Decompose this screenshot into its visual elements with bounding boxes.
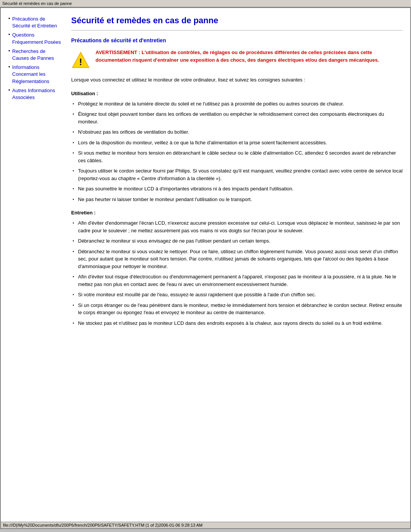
page-title: Sécurité et remèdes en cas de panne (71, 16, 403, 26)
status-bar: file:///D|/My%20Documents/dfu/200P6/fren… (1, 522, 410, 528)
sidebar-item-questions[interactable]: Questions Fréquemment Posées (8, 32, 62, 45)
list-item: N'obstruez pas les orifices de ventilati… (71, 128, 403, 136)
page-content: Précautions de Sécurité et Entretien Que… (1, 8, 410, 522)
utilisation-list: Protégez le moniteur de la lumière direc… (71, 100, 403, 203)
list-item: Lors de la disposition du moniteur, veil… (71, 139, 403, 147)
section-title: Précautions de sécurité et d'entretien (71, 37, 403, 43)
warning-text: AVERTISSEMENT : L'utilisation de contrôl… (96, 49, 403, 64)
warning-triangle-icon: ! (71, 50, 90, 69)
list-item: Si un corps étranger ou de l'eau pénètre… (71, 302, 403, 316)
sidebar-link-questions[interactable]: Questions Fréquemment Posées (12, 32, 61, 45)
sidebar-link-recherches[interactable]: Recherches de Causes de Pannes (12, 48, 54, 61)
list-item: Ne pas heurter ni laisser tomber le moni… (71, 196, 403, 203)
divider (71, 30, 403, 30)
title-bar: Sécurité et remèdes en cas de panne (0, 0, 411, 7)
warning-icon: ! (71, 50, 90, 69)
list-item: Débranchez le moniteur si vous envisagez… (71, 237, 403, 245)
sidebar-item-recherches[interactable]: Recherches de Causes de Pannes (8, 48, 62, 62)
list-item: Afin d'éviter tout risque d'électrocutio… (71, 273, 403, 288)
browser-window: Précautions de Sécurité et Entretien Que… (0, 7, 411, 529)
entretien-list: Afin d'éviter d'endommager l'écran LCD, … (71, 219, 403, 327)
sidebar-item-informations[interactable]: Informations Concernant les Réglementati… (8, 64, 62, 85)
entretien-title: Entretien : (71, 210, 403, 216)
warning-box: ! AVERTISSEMENT : L'utilisation de contr… (71, 49, 403, 69)
list-item: Afin d'éviter d'endommager l'écran LCD, … (71, 219, 403, 234)
status-bar-text: file:///D|/My%20Documents/dfu/200P6/fren… (3, 523, 202, 527)
sidebar-item-autres[interactable]: Autres Informations Associées (8, 87, 62, 101)
list-item: Débranchez le moniteur si vous voulez le… (71, 248, 403, 270)
list-item: Ne pas soumettre le moniteur LCD à d'imp… (71, 185, 403, 193)
intro-text: Lorsque vous connectez et utilisez le mo… (71, 76, 403, 84)
list-item: Protégez le moniteur de la lumière direc… (71, 100, 403, 108)
sidebar-nav: Précautions de Sécurité et Entretien Que… (8, 16, 62, 101)
sidebar-link-informations[interactable]: Informations Concernant les Réglementati… (12, 64, 49, 84)
main-content: Sécurité et remèdes en cas de panne Préc… (67, 16, 403, 514)
sidebar-link-precautions[interactable]: Précautions de Sécurité et Entretien (12, 16, 57, 29)
list-item: Si votre moniteur est mouillé par de l'e… (71, 291, 403, 299)
list-item: Éloignez tout objet pouvant tomber dans … (71, 110, 403, 125)
list-item: Toujours utiliser le cordon secteur four… (71, 167, 403, 182)
list-item: Ne stockez pas et n'utilisez pas le moni… (71, 320, 403, 327)
sidebar-item-precautions[interactable]: Précautions de Sécurité et Entretien (8, 16, 62, 29)
svg-text:!: ! (79, 57, 82, 67)
utilisation-title: Utilisation : (71, 91, 403, 96)
sidebar-link-autres[interactable]: Autres Informations Associées (12, 88, 55, 100)
sidebar: Précautions de Sécurité et Entretien Que… (8, 16, 67, 514)
title-bar-text: Sécurité et remèdes en cas de panne (2, 1, 72, 6)
list-item: Si vous mettez le moniteur hors tension … (71, 149, 403, 164)
